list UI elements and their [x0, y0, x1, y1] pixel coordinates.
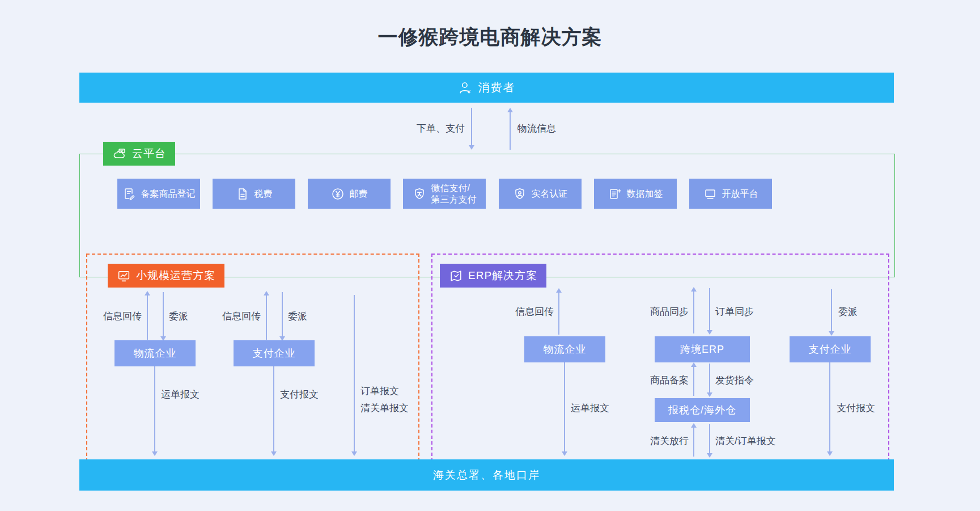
ss-waybill-label: 运单报文: [161, 388, 200, 401]
ss-logistics-down-arrow: [163, 292, 164, 340]
erp-clearance-up-arrow: [693, 424, 694, 457]
ss-payreport-label: 支付报文: [280, 388, 319, 401]
ss-payment-up-label: 信息回传: [220, 310, 261, 323]
tax-document-icon: [236, 187, 249, 201]
monitor-icon: [703, 187, 717, 201]
consumer-bar: ¥ 消费者: [79, 73, 894, 103]
ss-direct-arrow: [354, 295, 355, 455]
map-check-icon: [449, 269, 463, 283]
erp-payment-entity: 支付企业: [790, 336, 871, 362]
erp-loginfo-arrow: [558, 289, 559, 335]
ss-direct-label-1: 订单报文: [360, 385, 399, 398]
logistics-info-label: 物流信息: [517, 122, 556, 135]
svg-text:¥: ¥: [466, 89, 471, 95]
service-wechat-pay: 微信支付/ 第三方支付: [403, 179, 486, 209]
service-label: 税费: [254, 188, 273, 199]
erp-sync-down-arrow: [709, 288, 710, 333]
erp-delegate-label: 委派: [838, 305, 858, 318]
yen-circle-icon: [331, 187, 345, 201]
ss-logistics-up-arrow: [147, 292, 148, 340]
shield-pay-icon: [413, 187, 426, 201]
erp-payreport-arrow: [829, 362, 830, 455]
erp-logistics-entity: 物流企业: [524, 336, 605, 362]
erp-record-label: 商品备案: [648, 374, 689, 387]
erp-tag: ERP解决方案: [440, 264, 546, 288]
service-real-name: 实名认证: [499, 179, 582, 209]
ss-payment-entity: 支付企业: [234, 340, 315, 366]
ss-logistics-up-label: 信息回传: [101, 310, 142, 323]
erp-dispatch-label: 发货指令: [715, 374, 754, 387]
service-label: 邮费: [350, 188, 368, 199]
page-title: 一修猴跨境电商解决方案: [0, 24, 980, 50]
erp-waybill-label: 运单报文: [571, 402, 609, 415]
erp-payreport-label: 支付报文: [837, 402, 875, 415]
ss-payment-down-arrow: [282, 292, 283, 340]
service-data-signing: 数据加签: [594, 179, 677, 209]
erp-record-up-arrow: [693, 364, 694, 396]
erp-waybill-arrow: [564, 362, 565, 455]
service-open-platform: 开放平台: [689, 179, 772, 209]
monitor-chart-icon: [117, 269, 131, 283]
erp-delegate-arrow: [831, 289, 832, 335]
consumer-bar-label: 消费者: [478, 80, 516, 95]
logistics-info-arrow: [510, 109, 511, 150]
erp-label: ERP解决方案: [468, 268, 537, 283]
document-edit-icon: [122, 187, 136, 201]
ss-logistics-entity: 物流企业: [114, 340, 196, 366]
small-scale-tag: 小规模运营方案: [108, 264, 224, 288]
cloud-platform-tag: 云平台: [103, 142, 175, 166]
erp-dispatch-down-arrow: [709, 364, 710, 396]
small-scale-label: 小规模运营方案: [136, 268, 215, 283]
erp-loginfo-label: 信息回传: [513, 305, 554, 318]
user-yen-icon: ¥: [458, 81, 473, 95]
service-registration: 备案商品登记: [117, 179, 200, 209]
document-plus-icon: [608, 187, 622, 201]
erp-clearance-up-label: 清关放行: [648, 434, 689, 447]
customs-bar: 海关总署、各地口岸: [79, 459, 894, 491]
erp-sync-down-label: 订单同步: [715, 305, 754, 318]
ss-waybill-arrow: [154, 366, 155, 455]
erp-clearance-down-label: 清关/订单报文: [715, 434, 776, 447]
service-label: 备案商品登记: [141, 188, 196, 199]
service-label: 数据加签: [627, 188, 663, 199]
service-label: 微信支付/ 第三方支付: [431, 183, 477, 204]
erp-sync-up-arrow: [693, 288, 694, 333]
erp-clearance-down-arrow: [709, 424, 710, 457]
ss-payment-down-label: 委派: [288, 310, 307, 323]
order-pay-arrow: [471, 108, 472, 149]
shield-user-icon: [513, 187, 527, 201]
cloud-platform-label: 云平台: [132, 146, 166, 161]
ss-logistics-down-label: 委派: [169, 310, 188, 323]
ss-payment-up-arrow: [266, 292, 267, 340]
erp-entity: 跨境ERP: [655, 336, 750, 362]
customs-bar-label: 海关总署、各地口岸: [433, 468, 540, 483]
erp-warehouse-entity: 报税仓/海外仓: [655, 398, 750, 422]
service-label: 开放平台: [722, 188, 758, 199]
erp-sync-up-label: 商品同步: [648, 305, 689, 318]
service-label: 实名认证: [532, 188, 568, 199]
ss-direct-label-2: 清关单报文: [360, 402, 409, 415]
cloud-icon: [112, 147, 127, 161]
ss-payreport-arrow: [273, 366, 274, 455]
order-pay-label: 下单、支付: [385, 122, 465, 135]
service-postage: 邮费: [308, 179, 391, 209]
service-tax: 税费: [213, 179, 295, 209]
